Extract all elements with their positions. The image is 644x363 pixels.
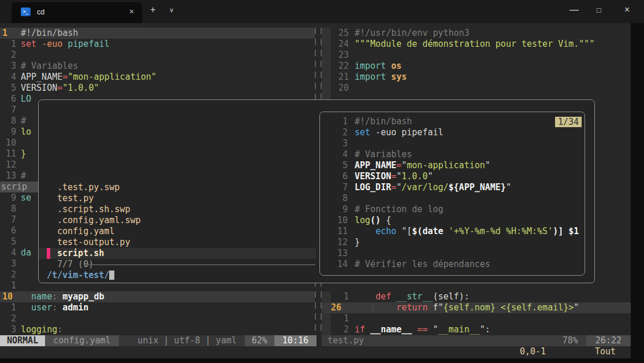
code-line: 26 ¦ return f"{self.nom} <{self.email}>" xyxy=(322,302,631,313)
fzf-file-item[interactable]: config.yaml xyxy=(39,226,316,237)
statusline-fileinfo: unix | utf-8 | yaml xyxy=(119,335,245,346)
code-line: 9# Fonction de log xyxy=(320,204,583,215)
mode-indicator: NORMAL xyxy=(0,335,45,346)
code-line: 24"""Module de démonstration pour tester… xyxy=(322,39,631,50)
line-number: 1 xyxy=(0,28,18,39)
line-number: 1 xyxy=(0,302,16,313)
line-number: 2 xyxy=(0,313,16,324)
statusline-active: NORMAL config.yaml unix | utf-8 | yaml 6… xyxy=(0,335,317,346)
line-number: 6 xyxy=(0,94,16,105)
line-number: 21 xyxy=(322,72,349,83)
fzf-file-item[interactable]: .test.py.swp xyxy=(39,182,316,193)
pane-test-py-bottom[interactable]: 1 def __str__(self):26 ¦ return f"{self.… xyxy=(322,291,631,335)
preview-line-badge: 1/34 xyxy=(555,117,582,127)
code-line: 10log() { xyxy=(320,215,583,226)
statusline-inactive: test.py 78% 26:22 xyxy=(322,335,631,346)
statusline-percent: 78% xyxy=(554,335,586,346)
fzf-file-name: .config.yaml.swp xyxy=(57,215,141,226)
code-line: 20 xyxy=(322,83,631,94)
maximize-button[interactable]: □ xyxy=(597,6,601,14)
line-number: 2 xyxy=(0,50,16,61)
fzf-prompt-input[interactable]: /t/vim-test/ xyxy=(47,270,114,281)
code-line: 23 xyxy=(322,50,631,61)
code-line: 11 echo "[$(date '+%Y-%m-%d %H:%M:%S')] … xyxy=(320,226,583,237)
fzf-selection-marker xyxy=(47,248,50,259)
line-number: 10 xyxy=(320,215,348,226)
code-line: 1#!/bin/bash xyxy=(320,116,583,127)
line-number: 4 xyxy=(320,149,348,160)
vim-editor-area[interactable]: 1#!/bin/bash1set -euo pipefail23# Variab… xyxy=(0,23,631,358)
statusline-percent: 62% xyxy=(245,335,274,346)
code-line: 2 xyxy=(0,313,315,324)
line-number: 8 xyxy=(320,193,348,204)
tab-close-icon[interactable]: × xyxy=(129,7,134,16)
line-number: 10 xyxy=(0,138,16,149)
code-line: 3# Variables xyxy=(0,61,315,72)
powershell-icon: >_ xyxy=(21,8,31,16)
line-number: 3 xyxy=(320,138,348,149)
line-number: 2 xyxy=(322,324,349,335)
window-statusline-label: scrip xyxy=(0,182,27,192)
code-line: 1 user: admin xyxy=(0,302,315,313)
line-number: 24 xyxy=(322,39,349,50)
terminal-bottom-padding xyxy=(0,358,644,363)
line-number: 2 xyxy=(320,127,348,138)
line-number: 4 xyxy=(0,72,16,83)
line-number: 14 xyxy=(320,259,348,270)
code-line: 1#!/bin/bash xyxy=(0,28,315,39)
line-number: 22 xyxy=(322,61,349,72)
fzf-file-item[interactable]: .script.sh.swp xyxy=(39,204,316,215)
vim-command-line[interactable]: 0,0-1 Tout xyxy=(0,346,631,357)
line-number: 12 xyxy=(320,237,348,248)
code-line: 2 xyxy=(0,50,315,61)
code-line: 4APP_NAME="mon-application" xyxy=(0,72,315,83)
close-button[interactable]: × xyxy=(624,5,630,15)
line-number: 4 xyxy=(0,247,16,258)
new-tab-button[interactable]: + xyxy=(150,5,155,15)
statusline-filename: config.yaml xyxy=(45,335,118,346)
line-number: 6 xyxy=(320,171,348,182)
pane-test-py-top[interactable]: 25#!/usr/bin/env python324"""Module de d… xyxy=(322,28,631,94)
line-number: 7 xyxy=(320,182,348,193)
code-line: 25#!/usr/bin/env python3 xyxy=(322,28,631,39)
fzf-file-item[interactable]: script.sh xyxy=(39,248,316,259)
code-line: 8 xyxy=(320,193,583,204)
line-number: 6 xyxy=(0,225,16,236)
line-number: 11 xyxy=(320,226,348,237)
code-line: 13 xyxy=(320,248,583,259)
line-number: 25 xyxy=(322,28,349,39)
fzf-prompt-path: /t/vim-test/ xyxy=(47,270,109,280)
preview-code: 1#!/bin/bash2set -euo pipefail34# Variab… xyxy=(320,116,583,270)
line-number: 1 xyxy=(0,280,16,291)
line-number: 8 xyxy=(0,203,16,214)
code-line: 5APP_NAME="mon-application" xyxy=(320,160,583,171)
window-titlebar: >_ cd × + ∨ — □ × xyxy=(0,0,644,23)
fzf-file-item[interactable]: .config.yaml.swp xyxy=(39,215,316,226)
line-number: 2 xyxy=(0,269,16,280)
line-number: 20 xyxy=(322,83,349,94)
tab-title: cd xyxy=(37,8,44,16)
fzf-file-item[interactable]: test.py xyxy=(39,193,316,204)
fzf-file-name: script.sh xyxy=(57,248,104,259)
minimize-button[interactable]: — xyxy=(569,5,579,15)
preview-window[interactable]: 1#!/bin/bash2set -euo pipefail34# Variab… xyxy=(319,112,585,276)
line-number: 9 xyxy=(0,192,16,203)
fzf-file-name: config.yaml xyxy=(57,226,114,237)
tab-dropdown-icon[interactable]: ∨ xyxy=(169,6,174,14)
fzf-separator-line xyxy=(84,264,315,265)
code-line: 1 def __str__(self): xyxy=(322,291,631,302)
line-number: 3 xyxy=(0,258,16,269)
line-number: 7 xyxy=(0,105,16,116)
ruler-scroll: Tout xyxy=(595,346,616,357)
fzf-file-name: .script.sh.swp xyxy=(57,204,130,215)
line-number: 12 xyxy=(0,160,16,171)
code-line: 2if __name__ == "__main__": xyxy=(322,324,631,335)
ruler-position: 0,0-1 xyxy=(520,346,546,357)
fzf-file-item[interactable]: test-output.py xyxy=(39,237,316,248)
line-number: 3 xyxy=(0,61,16,72)
code-line: 21import sys xyxy=(322,72,631,83)
terminal-tab[interactable]: >_ cd × xyxy=(12,2,142,23)
line-number: 10 xyxy=(0,291,18,302)
terminal-right-padding xyxy=(631,23,644,363)
line-number: 23 xyxy=(322,50,349,61)
